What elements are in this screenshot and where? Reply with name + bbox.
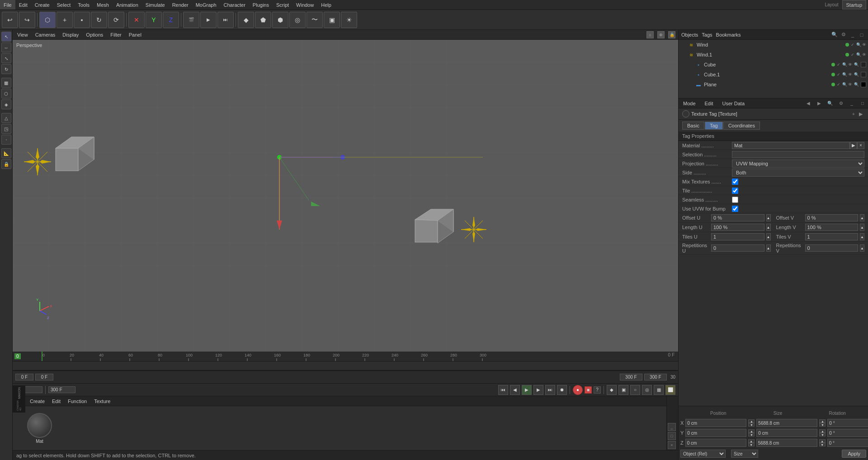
cube-tool[interactable]: ▪: [74, 12, 90, 28]
render-all-btn[interactable]: ⏭: [217, 12, 234, 28]
x-pos-spinner-dn[interactable]: ▼: [748, 423, 755, 427]
menu-mesh[interactable]: Mesh: [93, 0, 113, 9]
record-btn[interactable]: ⏺: [557, 385, 567, 395]
z-size-input[interactable]: [756, 439, 817, 447]
menu-character[interactable]: Character: [220, 0, 249, 9]
left-paint-btn[interactable]: ◈: [1, 99, 11, 109]
cube-icon2[interactable]: 🔍: [842, 62, 847, 67]
right-bookmarks-link[interactable]: Bookmarks: [716, 32, 741, 38]
left-ruler-btn[interactable]: 📐: [1, 148, 11, 158]
rep-v-input[interactable]: [805, 244, 859, 252]
timeline-mode-2[interactable]: ▣: [618, 385, 628, 395]
y-size-input[interactable]: [756, 429, 817, 437]
tab-texture[interactable]: Texture: [91, 399, 113, 404]
props-maximize[interactable]: □: [859, 100, 866, 107]
x-rot-input[interactable]: [827, 419, 868, 427]
z-size-spinner-up[interactable]: ▲: [819, 439, 826, 443]
z-pos-spinner-up[interactable]: ▲: [748, 439, 755, 443]
timeline-mode-6[interactable]: ⬜: [665, 385, 675, 395]
length-v-input[interactable]: [805, 224, 859, 231]
menu-plugins[interactable]: Plugins: [249, 0, 273, 9]
plane-active-dot[interactable]: [831, 83, 835, 86]
x-size-input[interactable]: [756, 419, 817, 427]
right-objects-link[interactable]: Objects: [681, 32, 698, 38]
props-settings[interactable]: ⚙: [837, 100, 844, 107]
wind1-icon2[interactable]: 🔍: [856, 52, 861, 57]
tab-basic[interactable]: Basic: [682, 122, 704, 130]
cube-active-dot[interactable]: [831, 63, 835, 66]
viewport-cameras-menu[interactable]: Cameras: [33, 32, 57, 38]
timeline-mode-1[interactable]: ◆: [607, 385, 617, 395]
rotate-tool[interactable]: ↻: [91, 12, 107, 28]
z-pos-spinner-dn[interactable]: ▼: [748, 443, 755, 446]
left-texture-btn[interactable]: ⬡: [1, 89, 11, 99]
tiles-v-input[interactable]: [805, 233, 859, 240]
scene-item-cube[interactable]: ▪ Cube ✓ 🔍 👁 🔍: [679, 60, 868, 70]
userdata-tab[interactable]: User Data: [720, 100, 748, 107]
cube1-active-dot[interactable]: [831, 73, 835, 76]
material-preview-ball[interactable]: [27, 413, 52, 438]
sculpt-btn[interactable]: ◎: [289, 12, 306, 28]
edit-tab[interactable]: Edit: [702, 100, 716, 107]
wind-icon2[interactable]: 🔍: [856, 42, 861, 47]
cube-icon3[interactable]: 👁: [848, 62, 852, 67]
tiles-u-spinner[interactable]: ▲: [766, 233, 771, 240]
left-model-btn[interactable]: ▦: [1, 78, 11, 88]
viewport-lock-icon[interactable]: 🔒: [668, 31, 675, 38]
go-end-btn[interactable]: ⏭: [545, 385, 555, 395]
tab-function[interactable]: Function: [65, 399, 90, 404]
rep-u-input[interactable]: [711, 244, 764, 252]
left-poly-btn[interactable]: △: [1, 113, 11, 123]
end-frame-display2[interactable]: 300 F: [646, 375, 665, 380]
tiles-u-input[interactable]: [711, 233, 764, 240]
panel-minimize[interactable]: _: [668, 423, 676, 431]
total-frames-input[interactable]: 300 F: [51, 387, 73, 392]
tile-checkbox[interactable]: [732, 188, 738, 194]
offset-u-spinner-up[interactable]: ▲: [766, 214, 771, 221]
z-rot-input[interactable]: [827, 439, 868, 447]
cube1-icon3[interactable]: 👁: [848, 72, 852, 77]
y-rot-input[interactable]: [827, 429, 868, 437]
props-arrow-left[interactable]: ◀: [805, 100, 812, 107]
right-maximize-icon[interactable]: □: [858, 31, 865, 38]
wind1-active-dot[interactable]: [845, 53, 849, 56]
object-mode-btn[interactable]: ◆: [238, 12, 254, 28]
tab-edit[interactable]: Edit: [49, 399, 63, 404]
menu-render[interactable]: Render: [169, 0, 192, 9]
viewport-display-menu[interactable]: Display: [61, 32, 80, 38]
offset-v-spinner-up[interactable]: ▲: [860, 214, 864, 221]
plane-material-tag[interactable]: [861, 82, 866, 87]
wind-active-dot[interactable]: [845, 43, 849, 47]
wind1-checkmark[interactable]: ✓: [851, 52, 854, 57]
cube1-material-tag[interactable]: [861, 72, 866, 77]
viewport-view-menu[interactable]: View: [15, 32, 30, 38]
render-active-btn[interactable]: ▶: [200, 12, 217, 28]
keyframe-record-btn[interactable]: ●: [573, 385, 583, 395]
plane-icon3[interactable]: 👁: [848, 82, 852, 87]
play-back-btn[interactable]: ◀: [510, 385, 520, 395]
y-size-spinner-up[interactable]: ▲: [819, 429, 826, 433]
right-tags-link[interactable]: Tags: [702, 32, 712, 38]
cube1-icon2[interactable]: 🔍: [842, 72, 847, 77]
redo-btn[interactable]: ↪: [19, 12, 35, 28]
cube1-checkmark[interactable]: ✓: [837, 72, 840, 77]
viewport-home-icon[interactable]: ⌂: [646, 31, 654, 38]
help-record-btn[interactable]: ?: [594, 386, 601, 394]
panel-close[interactable]: ×: [668, 441, 676, 449]
tiles-v-spinner[interactable]: ▲: [860, 233, 864, 240]
layout-dropdown[interactable]: Startup: [842, 0, 866, 9]
wind1-icon3[interactable]: 👁: [862, 52, 866, 57]
scene-item-plane[interactable]: ▬ Plane ✓ 🔍 👁 🔍: [679, 80, 868, 89]
play-forward-btn[interactable]: ▶: [533, 385, 543, 395]
mograph-btn[interactable]: ⬢: [272, 12, 288, 28]
x-size-spinner-dn[interactable]: ▼: [819, 423, 826, 427]
menu-file[interactable]: File: [0, 0, 15, 9]
cube-material-tag[interactable]: [861, 62, 866, 67]
scene-item-cube1[interactable]: ▪ Cube.1 ✓ 🔍 👁 🔍: [679, 70, 868, 80]
x-size-spinner-up[interactable]: ▲: [819, 419, 826, 423]
panel-restore[interactable]: □: [668, 432, 676, 440]
end-frame-display[interactable]: 300 F: [622, 375, 640, 380]
cube1-icon4[interactable]: 🔍: [854, 72, 859, 77]
material-prop-btn1[interactable]: ▶: [850, 142, 857, 149]
left-select-btn[interactable]: ↖: [1, 32, 11, 42]
